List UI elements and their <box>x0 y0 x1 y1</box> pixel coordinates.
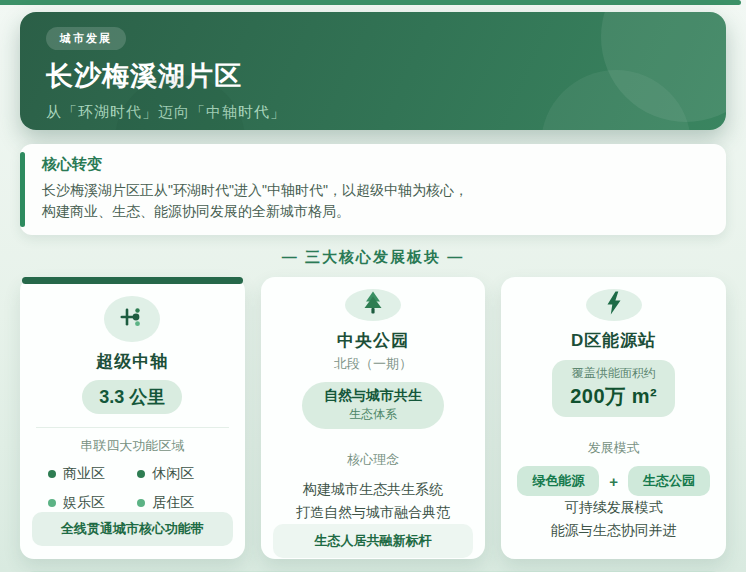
eco-pill-line2: 生态体系 <box>324 406 422 423</box>
card-footer-pill: 全线贯通城市核心功能带 <box>32 512 233 546</box>
card-super-axis: 超级中轴 3.3 公里 串联四大功能区域 商业区 休闲区 娱乐区 <box>20 277 245 559</box>
development-cards-row: 超级中轴 3.3 公里 串联四大功能区域 商业区 休闲区 娱乐区 <box>20 277 726 559</box>
core-transformation-card: 核心转变 长沙梅溪湖片区正从"环湖时代"进入"中轴时代"，以超级中轴为核心， 构… <box>20 144 726 235</box>
mode-line2: 能源与生态协同并进 <box>513 519 714 542</box>
top-accent-bar <box>0 0 741 5</box>
icon-circle <box>586 289 642 321</box>
left-accent-bar <box>20 152 25 227</box>
mode-label: 发展模式 <box>513 439 714 457</box>
zone-item: 居住区 <box>137 494 226 512</box>
section-heading: — 三大核心发展板块 — <box>20 248 726 267</box>
bullet-dot-icon <box>137 499 145 507</box>
tree-icon <box>359 289 387 321</box>
zone-label: 休闲区 <box>152 465 194 483</box>
tag-green-energy: 绿色能源 <box>517 466 599 496</box>
bullet-dot-icon <box>48 499 56 507</box>
bullet-dot-icon <box>48 470 56 478</box>
concept-line1: 构建城市生态共生系统 <box>273 478 474 501</box>
concept-lines: 构建城市生态共生系统 打造自然与城市融合典范 <box>273 478 474 524</box>
card-title: 超级中轴 <box>32 350 233 373</box>
bullet-dot-icon <box>137 470 145 478</box>
bolt-icon <box>600 289 628 321</box>
stat-pill: 3.3 公里 <box>82 380 182 414</box>
card-subtitle: 北段（一期） <box>273 355 474 373</box>
zone-label: 娱乐区 <box>63 494 105 512</box>
zone-item: 商业区 <box>48 465 137 483</box>
mode-tags-row: 绿色能源 + 生态公园 <box>513 466 714 496</box>
zone-label: 居住区 <box>152 494 194 512</box>
card-energy-station: D区能源站 覆盖供能面积约 200万 m² 发展模式 绿色能源 + 生态公园 可… <box>501 277 726 559</box>
zones-label: 串联四大功能区域 <box>32 437 233 455</box>
card-central-park: 中央公园 北段（一期） 自然与城市共生 生态体系 核心理念 构建城市生态共生系统… <box>261 277 486 559</box>
eco-pill-line1: 自然与城市共生 <box>324 387 422 405</box>
card-title: D区能源站 <box>513 329 714 352</box>
icon-circle <box>104 296 160 343</box>
transformation-text-line1: 长沙梅溪湖片区正从"环湖时代"进入"中轴时代"，以超级中轴为核心， <box>42 180 704 201</box>
area-pill-line2: 200万 m² <box>570 383 657 410</box>
transformation-text-line2: 构建商业、生态、能源协同发展的全新城市格局。 <box>42 201 704 222</box>
eco-pill: 自然与城市共生 生态体系 <box>302 382 444 429</box>
card-top-bar <box>22 277 243 284</box>
card-footer-pill: 生态人居共融新标杆 <box>273 524 474 558</box>
transformation-title: 核心转变 <box>42 155 704 174</box>
tag-eco-park: 生态公园 <box>628 466 710 496</box>
card-title: 中央公园 <box>273 329 474 352</box>
header-banner: 城市发展 长沙梅溪湖片区 从「环湖时代」迈向「中轴时代」 <box>20 12 726 130</box>
divider <box>36 427 229 428</box>
plus-sign: + <box>609 473 618 490</box>
zones-grid: 商业区 休闲区 娱乐区 居住区 <box>32 465 233 512</box>
mode-lines: 可持续发展模式 能源与生态协同并进 <box>513 496 714 548</box>
zone-label: 商业区 <box>63 465 105 483</box>
area-pill-line1: 覆盖供能面积约 <box>570 365 657 382</box>
concept-line2: 打造自然与城市融合典范 <box>273 501 474 524</box>
concept-label: 核心理念 <box>273 451 474 469</box>
area-pill: 覆盖供能面积约 200万 m² <box>552 360 675 417</box>
zone-item: 休闲区 <box>137 465 226 483</box>
category-badge: 城市发展 <box>46 27 126 50</box>
icon-circle <box>345 289 401 321</box>
zone-item: 娱乐区 <box>48 494 137 512</box>
axis-icon <box>118 303 146 335</box>
page-container: 城市发展 长沙梅溪湖片区 从「环湖时代」迈向「中轴时代」 核心转变 长沙梅溪湖片… <box>0 12 746 572</box>
mode-line1: 可持续发展模式 <box>513 496 714 519</box>
